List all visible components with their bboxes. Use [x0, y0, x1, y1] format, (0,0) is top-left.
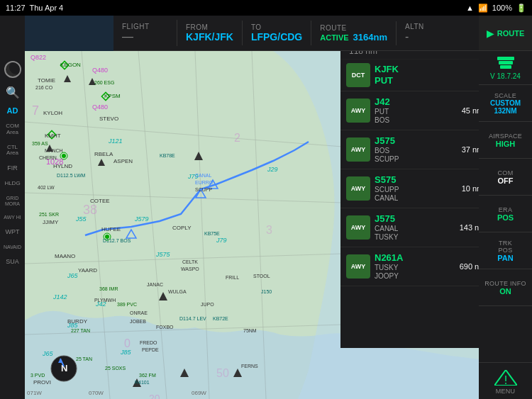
- svg-text:J79: J79: [216, 237, 227, 244]
- sidebar-item-hldg[interactable]: HLDG: [0, 176, 25, 191]
- route-status: ACTIVE: [320, 33, 348, 42]
- sidebar-item-com-area[interactable]: COMArea: [0, 119, 25, 140]
- signal-icon: 📶: [478, 4, 488, 13]
- sua-label: SUA: [6, 259, 19, 266]
- scale-item[interactable]: SCALE CUSTOM 132NM: [479, 85, 532, 122]
- svg-text:RBELA: RBELA: [94, 151, 113, 157]
- svg-text:KB78E: KB78E: [160, 153, 175, 158]
- com-item[interactable]: COM OFF: [479, 159, 532, 196]
- svg-text:ASPEN: ASPEN: [113, 158, 133, 164]
- top-bar: FLIGHT — FROM KJFK/JFK TO LFPG/CDG ROUTE…: [113, 16, 479, 51]
- entry-waypoints-5: TUSKYJOOPY: [375, 264, 454, 281]
- route-info-sidebar-value: ON: [499, 287, 511, 296]
- menu-item[interactable]: MENU: [479, 362, 532, 399]
- sidebar-item-search[interactable]: 🔍: [0, 82, 25, 102]
- entry-main-4: J575 CANALTUSKY: [375, 212, 454, 243]
- map-pos-label: TRK POS: [499, 240, 513, 254]
- sidebar-item-moon[interactable]: [0, 57, 25, 82]
- battery-icon: 🔋: [516, 4, 526, 13]
- entry-badge-0: DCT: [346, 63, 370, 87]
- svg-text:KB75E: KB75E: [204, 231, 220, 236]
- status-right: ▲ 📶 100% 🔋: [466, 4, 526, 13]
- route-info-sidebar-item[interactable]: ROUTE INFO ON: [479, 269, 532, 306]
- from-section[interactable]: FROM KJFK/JFK: [177, 21, 243, 45]
- svg-text:359 AS: 359 AS: [32, 141, 48, 146]
- sidebar-item-ad[interactable]: ad: [0, 102, 25, 119]
- sidebar-item-wpt[interactable]: WPT: [0, 225, 25, 240]
- route-section[interactable]: ROUTE ACTIVE 3164nm: [311, 21, 397, 45]
- to-value: LFPG/CDG: [251, 31, 302, 43]
- svg-text:WULGA: WULGA: [168, 289, 187, 294]
- altn-section[interactable]: ALTN -: [397, 20, 460, 46]
- svg-text:YAARD: YAARD: [78, 267, 97, 274]
- entry-badge-4: AWY: [346, 215, 370, 240]
- entry-main-3: S575 SCUPPCANAL: [375, 173, 454, 204]
- svg-text:FRILL: FRILL: [226, 275, 239, 280]
- svg-text:KB72E: KB72E: [213, 316, 228, 321]
- entry-badge-1: AWY: [346, 99, 370, 123]
- route-distance: 3164nm: [353, 32, 387, 43]
- svg-point-121: [505, 383, 506, 384]
- ad-label: ad: [7, 106, 18, 115]
- flight-dash: —: [122, 30, 168, 43]
- grid-mora-label: GRIDMORA: [5, 196, 20, 206]
- sidebar-item-navaid[interactable]: NAVAID: [0, 240, 25, 254]
- svg-text:WASPO: WASPO: [181, 266, 199, 271]
- from-value: KJFK/JFK: [186, 31, 233, 43]
- svg-text:071W: 071W: [27, 390, 42, 396]
- scale-value: CUSTOM 132NM: [490, 99, 521, 115]
- from-label: FROM: [186, 23, 233, 31]
- svg-text:CANAL: CANAL: [195, 173, 211, 178]
- svg-text:Q822: Q822: [31, 54, 46, 61]
- svg-text:COTEE: COTEE: [90, 198, 110, 204]
- svg-text:25 SOXS: 25 SOXS: [105, 366, 126, 371]
- svg-text:J65: J65: [67, 272, 79, 279]
- flight-section: FLIGHT —: [113, 20, 177, 46]
- sidebar-item-awy-hi[interactable]: AWY HI: [0, 210, 25, 225]
- route-button[interactable]: ▶ ROUTE: [479, 16, 532, 51]
- svg-rect-116: [497, 57, 514, 60]
- svg-text:069W: 069W: [192, 390, 206, 396]
- svg-text:SCUPP: SCUPP: [195, 187, 212, 192]
- entry-main-1: J42 PUTBOS: [375, 95, 454, 126]
- svg-text:7: 7: [32, 103, 39, 118]
- entry-waypoints-3: SCUPPCANAL: [375, 186, 454, 203]
- airspace-item[interactable]: AIRSPACE HIGH: [479, 122, 532, 159]
- com-label: COM: [498, 169, 514, 176]
- svg-text:HYLND: HYLND: [53, 163, 72, 169]
- svg-text:J29: J29: [267, 166, 278, 173]
- to-section[interactable]: TO LFPG/CDG: [243, 21, 311, 45]
- hldg-label: HLDG: [4, 181, 20, 187]
- svg-text:PEPDE: PEPDE: [142, 347, 159, 352]
- menu-label: MENU: [496, 388, 516, 395]
- svg-text:J65: J65: [42, 350, 54, 357]
- entry-waypoints-1: PUTBOS: [375, 108, 454, 125]
- route-info-sidebar-label: ROUTE INFO: [484, 280, 526, 287]
- map-pos-item[interactable]: TRK POS PAN: [479, 232, 532, 269]
- svg-text:FOXBO: FOXBO: [156, 325, 174, 330]
- svg-text:75NM: 75NM: [243, 328, 257, 333]
- svg-text:FERNS: FERNS: [241, 364, 258, 369]
- svg-rect-118: [500, 65, 511, 69]
- sidebar-item-grid-mora[interactable]: GRIDMORA: [0, 191, 25, 210]
- svg-rect-117: [499, 61, 513, 64]
- sidebar-item-fir[interactable]: FIR: [0, 161, 25, 176]
- com-value: OFF: [498, 176, 514, 185]
- version-item: V 18.7.24: [479, 51, 532, 85]
- svg-text:Q480: Q480: [92, 67, 108, 74]
- sidebar-item-ctl-area[interactable]: CTLArea: [0, 140, 25, 162]
- svg-text:402 LW: 402 LW: [38, 185, 55, 190]
- date-display: Thu Apr 4: [30, 4, 64, 12]
- era-item[interactable]: ERA POS: [479, 196, 532, 232]
- altn-dash: -: [405, 30, 452, 43]
- svg-text:TOMIE: TOMIE: [38, 77, 55, 84]
- status-bar: 11:27 Thu Apr 4 ▲ 📶 100% 🔋: [0, 0, 532, 16]
- svg-text:JANAC: JANAC: [147, 282, 163, 287]
- svg-text:2: 2: [234, 132, 240, 144]
- wifi-icon: ▲: [466, 4, 474, 12]
- entry-badge-3: AWY: [346, 176, 370, 201]
- sidebar-item-sua[interactable]: SUA: [0, 254, 25, 270]
- entry-waypoints-2: BOSSCUPP: [375, 147, 454, 164]
- to-label: TO: [251, 23, 302, 31]
- svg-text:KBGON: KBGON: [60, 62, 81, 68]
